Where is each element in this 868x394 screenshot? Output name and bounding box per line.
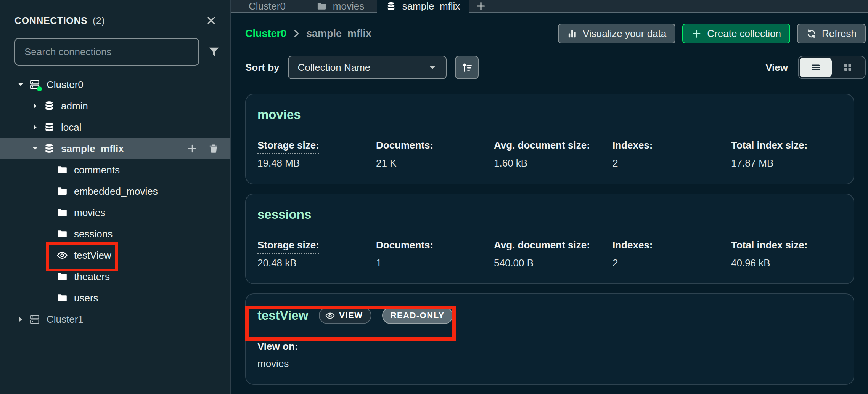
tree-item-testview[interactable]: testView — [0, 245, 230, 266]
new-tab-button[interactable] — [469, 0, 493, 12]
db-toolbar: Cluster0 sample_mflix Visualize your dat… — [231, 13, 868, 43]
tree-item-label: users — [74, 292, 98, 304]
stat-value: 17.87 MB — [731, 157, 842, 169]
tree-item-label: local — [61, 122, 81, 133]
stat-value: 20.48 kB — [257, 257, 376, 269]
trash-icon[interactable] — [208, 143, 219, 154]
stat-label: Avg. document size: — [494, 139, 612, 151]
stat-value: 2 — [612, 157, 731, 169]
tree-item-movies[interactable]: movies — [0, 202, 230, 223]
tree-item-local[interactable]: local — [0, 117, 230, 138]
view-badge: VIEW — [319, 307, 371, 324]
view-on-block: View on: movies — [257, 341, 842, 370]
add-collection-icon[interactable] — [187, 143, 198, 154]
testview-title-row: testView VIEW READ-ONLY — [257, 307, 842, 324]
refresh-button[interactable]: Refresh — [797, 24, 866, 43]
stat-indexes: Indexes: 2 — [612, 139, 731, 169]
toolbar-actions: Visualize your data Create collection — [558, 24, 866, 43]
tab-cluster0[interactable]: Cluster0 — [231, 0, 304, 13]
visualize-data-button[interactable]: Visualize your data — [558, 24, 675, 43]
tab-movies[interactable]: movies — [304, 0, 377, 13]
tree-item-label: Cluster1 — [47, 314, 84, 325]
server-icon — [29, 79, 40, 90]
sort-ascending-icon — [461, 61, 473, 74]
search-input[interactable] — [14, 38, 199, 66]
grid-view-button[interactable] — [832, 58, 864, 77]
collection-title[interactable]: testView — [257, 308, 308, 323]
collection-stats: Storage size: 20.48 kB Documents: 1 Avg.… — [257, 239, 842, 269]
database-icon — [386, 1, 396, 11]
create-collection-button[interactable]: Create collection — [682, 24, 790, 43]
caret-right-icon[interactable] — [31, 102, 39, 110]
view-on-label: View on: — [257, 341, 842, 352]
tree-item-label: admin — [61, 100, 88, 112]
stat-label: Total index size: — [731, 239, 842, 251]
folder-icon — [56, 164, 68, 176]
stat-value: 21 K — [376, 157, 494, 169]
collection-card-testview[interactable]: testView VIEW READ-ONLY View on: mov — [245, 293, 854, 385]
tree-item-sample-mflix[interactable]: sample_mflix — [0, 138, 230, 159]
sort-field-dropdown[interactable]: Collection Name — [288, 56, 447, 79]
tree-item-label: sample_mflix — [61, 143, 124, 155]
stat-value: 2 — [612, 257, 731, 269]
collection-stats: Storage size: 19.48 MB Documents: 21 K A… — [257, 139, 842, 169]
sort-controls: Sort by Collection Name — [245, 56, 479, 79]
button-label: Visualize your data — [583, 28, 666, 40]
button-label: Create collection — [707, 28, 781, 40]
caret-down-icon[interactable] — [17, 81, 24, 88]
stat-value: 40.96 kB — [731, 257, 842, 269]
stat-label: Total index size: — [731, 139, 842, 151]
stat-value: 1 — [376, 257, 494, 269]
badge-label: VIEW — [339, 311, 363, 320]
sidebar-header: CONNECTIONS (2) — [0, 0, 230, 27]
view-controls: View — [765, 56, 866, 79]
breadcrumb: Cluster0 sample_mflix — [245, 28, 371, 40]
tree-item-cluster0[interactable]: Cluster0 — [0, 74, 230, 95]
plus-icon — [476, 1, 486, 11]
list-view-button[interactable] — [800, 58, 832, 77]
button-label: Refresh — [822, 28, 857, 40]
stat-documents: Documents: 1 — [376, 239, 494, 269]
stat-indexes: Indexes: 2 — [612, 239, 731, 269]
tree-item-cluster1[interactable]: Cluster1 — [0, 309, 230, 330]
collection-card-sessions[interactable]: sessions Storage size: 20.48 kB Document… — [245, 194, 854, 284]
connections-sidebar: CONNECTIONS (2) Cluster — [0, 0, 231, 394]
folder-icon — [56, 292, 68, 304]
caret-right-icon[interactable] — [17, 316, 24, 323]
sort-direction-button[interactable] — [455, 56, 479, 79]
stat-total-index-size: Total index size: 17.87 MB — [731, 139, 842, 169]
filter-icon[interactable] — [207, 45, 220, 58]
tree-item-sessions[interactable]: sessions — [0, 223, 230, 245]
tree-item-label: sessions — [74, 228, 113, 240]
tree-item-label: comments — [74, 164, 120, 176]
close-icon[interactable] — [205, 14, 217, 27]
stat-label: Storage size: — [257, 139, 319, 154]
chevron-right-icon — [292, 29, 301, 38]
caret-down-icon[interactable] — [31, 145, 39, 152]
connections-count: (2) — [93, 15, 105, 26]
row-actions — [187, 143, 230, 154]
database-icon — [43, 122, 55, 133]
tree-item-admin[interactable]: admin — [0, 95, 230, 117]
tree-item-comments[interactable]: comments — [0, 159, 230, 181]
grid-icon — [842, 62, 853, 73]
tree-item-label: theaters — [74, 271, 110, 283]
tree-item-label: embedded_movies — [74, 186, 158, 197]
sort-by-label: Sort by — [245, 62, 280, 74]
tree-item-embedded-movies[interactable]: embedded_movies — [0, 181, 230, 202]
collection-card-movies[interactable]: movies Storage size: 19.48 MB Documents:… — [245, 94, 854, 184]
tree-item-label: movies — [74, 207, 105, 219]
tab-sample-mflix[interactable]: sample_mflix — [377, 0, 469, 13]
breadcrumb-cluster0[interactable]: Cluster0 — [245, 28, 286, 40]
tab-label: sample_mflix — [402, 0, 460, 12]
tab-label: movies — [333, 0, 364, 12]
folder-icon — [56, 228, 68, 240]
caret-right-icon[interactable] — [31, 123, 39, 131]
tree-item-theaters[interactable]: theaters — [0, 266, 230, 287]
tree-item-users[interactable]: users — [0, 287, 230, 309]
collections-list: movies Storage size: 19.48 MB Documents:… — [231, 94, 868, 394]
eye-icon — [56, 250, 68, 261]
plus-icon — [691, 29, 702, 39]
collection-title[interactable]: movies — [257, 107, 842, 122]
collection-title[interactable]: sessions — [257, 207, 842, 222]
